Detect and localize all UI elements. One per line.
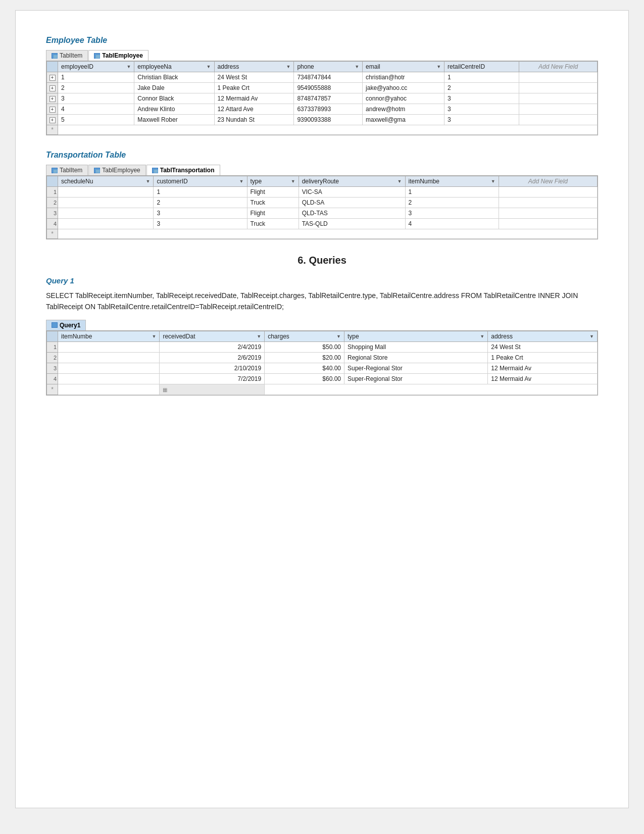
cell-address: 1 Peake Crt [488,352,598,363]
new-row-cell3[interactable] [265,384,598,395]
table-row: + 3 Connor Black 12 Mermaid Av 874874785… [47,93,598,104]
table-icon [52,168,58,173]
expand-cell: + [47,93,58,104]
new-row-cell[interactable] [58,229,598,239]
col-retailcentreid[interactable]: retailCentreID [444,62,519,72]
new-row-cell2[interactable]: ▦ [160,384,265,395]
row-number-cell: 2 [47,352,58,363]
col-charges[interactable]: charges▼ [265,331,344,341]
col-phone[interactable]: phone▼ [294,62,363,72]
cell-itemnumbe [58,373,160,384]
cell-employeeid: 5 [58,115,134,125]
cell-centreid: 1 [444,72,519,83]
tab-tablitem-transport[interactable]: TablItem [46,165,88,175]
transportation-table-title: Transportation Table [46,151,598,160]
cell-charges: $40.00 [265,363,344,373]
cell-deliveryroute: QLD-TAS [299,208,405,219]
cell-employeename: Connor Black [134,93,214,104]
cell-employeeid: 2 [58,83,134,93]
employee-table-section: Employee Table TablItem TablEmployee emp… [46,36,598,135]
col-address[interactable]: address▼ [214,62,294,72]
cell-itemnumbe: 4 [405,219,499,229]
query1-table-wrap: itemNumbe▼ receivedDat▼ charges▼ type▼ [46,330,598,396]
cell-receiveddat: 2/4/2019 [160,341,265,352]
row-selector-header [47,176,58,187]
cell-empty [519,83,598,93]
expand-button[interactable]: + [49,85,56,91]
col-add-new-field-transport[interactable]: Add New Field [499,176,597,187]
col-employeename[interactable]: employeeNa▼ [134,62,214,72]
cell-empty [499,198,597,208]
new-row-selector: * [47,384,58,395]
cell-empty [519,104,598,115]
table-row: 1 2/4/2019 $50.00 Shopping Mall 24 West … [47,341,598,352]
col-email[interactable]: email▼ [363,62,444,72]
row-number-cell: 1 [47,341,58,352]
employee-table-wrap: employeeID▼ employeeNa▼ address▼ phone▼ [46,61,598,135]
query1-sql: SELECT TablReceipt.itemNumber, TablRecei… [46,290,598,313]
cell-employeeid: 1 [58,72,134,83]
cell-empty [519,93,598,104]
expand-cell: + [47,104,58,115]
table-row: 4 3 Truck TAS-QLD 4 [47,219,598,229]
tab-tabltransportation[interactable]: TablTransportation [146,165,220,175]
query-icon [52,322,58,328]
new-row-cell[interactable] [58,125,598,135]
expand-button[interactable]: + [49,75,56,81]
new-row-cell[interactable] [58,384,160,395]
col-type[interactable]: type▼ [247,176,299,187]
tab-tablemployee-transport[interactable]: TablEmployee [88,165,145,175]
cell-phone: 9549055888 [294,83,363,93]
cell-empty [519,115,598,125]
tab-label: TablItem [60,167,82,174]
transport-table: scheduleNu▼ customerID▼ type▼ deliveryRo… [46,176,598,239]
col-receiveddat[interactable]: receivedDat▼ [160,331,265,341]
expand-button[interactable]: + [49,96,56,102]
row-number-cell: 2 [47,198,58,208]
queries-main-title: 6. Queries [46,255,598,266]
col-address-q[interactable]: address▼ [488,331,598,341]
cell-customerid: 3 [154,208,247,219]
col-type-q[interactable]: type▼ [344,331,488,341]
expand-button[interactable]: + [49,117,56,123]
employee-tab-bar: TablItem TablEmployee [46,50,598,61]
cell-charges: $60.00 [265,373,344,384]
cell-type: Flight [247,187,299,198]
cell-receiveddat: 2/10/2019 [160,363,265,373]
row-selector-header [47,331,58,341]
col-schedulenu[interactable]: scheduleNu▼ [58,176,154,187]
transport-tab-bar: TablItem TablEmployee TablTransportation [46,165,598,175]
cell-address: 23 Nundah St [214,115,294,125]
tab-query1[interactable]: Query1 [46,320,86,330]
transport-table-wrap: scheduleNu▼ customerID▼ type▼ deliveryRo… [46,175,598,239]
tab-tablemployee[interactable]: TablEmployee [88,50,148,61]
cell-type: Truck [247,219,299,229]
table-row: 2 2 Truck QLD-SA 2 [47,198,598,208]
col-customerid[interactable]: customerID▼ [154,176,247,187]
table-row: + 2 Jake Dale 1 Peake Crt 9549055888 jak… [47,83,598,93]
cell-customerid: 3 [154,219,247,229]
row-number-cell: 1 [47,187,58,198]
cell-empty [519,72,598,83]
col-add-new-field[interactable]: Add New Field [519,62,598,72]
cell-customerid: 2 [154,198,247,208]
table-row: 1 1 Flight VIC-SA 1 [47,187,598,198]
page: Employee Table TablItem TablEmployee emp… [15,10,629,808]
col-itemnumbe[interactable]: itemNumbe▼ [405,176,499,187]
table-icon [52,53,58,59]
cell-schedulenu [58,187,154,198]
col-itemnumbe-q[interactable]: itemNumbe▼ [58,331,160,341]
col-deliveryroute[interactable]: deliveryRoute▼ [299,176,405,187]
cell-type: Truck [247,198,299,208]
cell-email: connor@yahoc [363,93,444,104]
queries-section: 6. Queries Query 1 SELECT TablReceipt.it… [46,255,598,396]
cell-itemnumbe [58,363,160,373]
row-number-cell: 4 [47,373,58,384]
cell-employeeid: 3 [58,93,134,104]
col-employeeid[interactable]: employeeID▼ [58,62,134,72]
expand-button[interactable]: + [49,107,56,113]
cell-type: Regional Store [344,352,488,363]
row-number-cell: 3 [47,208,58,219]
cell-address: 12 Mermaid Av [214,93,294,104]
tab-tablitem-employee[interactable]: TablItem [46,50,88,61]
